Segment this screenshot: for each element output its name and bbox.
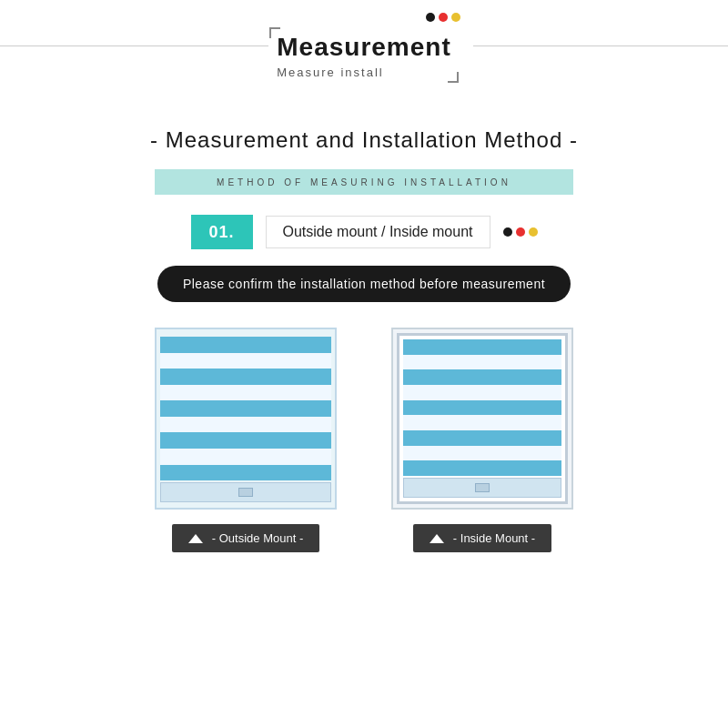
- stripe-blue-2: [160, 369, 331, 385]
- dot-yellow: [451, 13, 460, 22]
- header-line-left: [0, 45, 268, 46]
- outside-stripes: [160, 337, 331, 480]
- inside-stripe-blue-4: [403, 430, 561, 446]
- blinds-section: - Outside Mount -: [0, 328, 728, 552]
- outside-mount-item: - Outside Mount -: [155, 328, 337, 552]
- step-dot-black: [503, 227, 512, 237]
- method-banner-text: METHOD OF MEASURING INSTALLATION: [217, 177, 511, 187]
- outside-bottom-rail: [160, 482, 331, 502]
- dot-black: [426, 13, 435, 22]
- outside-mount-blind: [155, 328, 337, 510]
- inside-bottom-rail: [403, 478, 561, 498]
- step-row: 01. Outside mount / Inside mount: [191, 215, 538, 249]
- header-section: Measurement Measure install: [0, 0, 728, 109]
- header-dots: [426, 13, 460, 22]
- inside-stripe-blue-3: [403, 400, 561, 416]
- step-number-box: 01.: [191, 215, 253, 249]
- confirm-banner: Please confirm the installation method b…: [157, 266, 571, 302]
- inside-stripe-blue-1: [403, 339, 561, 355]
- dot-red: [439, 13, 448, 22]
- header-box: Measurement Measure install: [277, 29, 451, 81]
- section-title: - Measurement and Installation Method -: [150, 127, 578, 153]
- inside-stripe-white-3: [403, 415, 561, 430]
- stripe-white-2: [160, 385, 331, 401]
- inside-mount-label: - Inside Mount -: [453, 531, 535, 545]
- header-title: Measurement: [277, 29, 451, 66]
- inside-stripe-white-1: [403, 355, 561, 370]
- inside-stripes: [403, 339, 561, 476]
- inside-rail-handle: [475, 483, 490, 492]
- inside-mount-label-box: - Inside Mount -: [413, 524, 551, 552]
- stripe-blue-4: [160, 432, 331, 449]
- main-content: - Measurement and Installation Method - …: [0, 109, 728, 552]
- corner-top-left: [269, 27, 280, 38]
- stripe-blue-5: [160, 465, 331, 481]
- outside-arrow-icon: [188, 534, 203, 543]
- stripe-white-1: [160, 353, 331, 369]
- outside-mount-label: - Outside Mount -: [212, 531, 303, 545]
- method-banner: METHOD OF MEASURING INSTALLATION: [155, 169, 573, 195]
- inside-arrow-icon: [430, 534, 444, 543]
- inside-mount-blind: [391, 328, 573, 510]
- inside-mount-item: - Inside Mount -: [391, 328, 573, 552]
- outside-mount-label-box: - Outside Mount -: [172, 524, 319, 552]
- step-dots: [503, 227, 538, 237]
- inside-stripe-blue-5: [403, 460, 561, 476]
- header-subtitle: Measure install: [277, 66, 383, 81]
- corner-bottom-right: [448, 72, 459, 83]
- inside-stripe-white-4: [403, 446, 561, 461]
- stripe-blue-3: [160, 400, 331, 417]
- stripe-blue-1: [160, 337, 331, 353]
- inside-stripe-white-2: [403, 385, 561, 400]
- step-dot-red: [516, 227, 525, 237]
- inside-stripe-blue-2: [403, 369, 561, 385]
- step-label: Outside mount / Inside mount: [266, 216, 490, 248]
- outside-rail-handle: [238, 488, 253, 497]
- step-dot-yellow: [529, 227, 538, 237]
- inside-frame: [397, 333, 568, 504]
- stripe-white-4: [160, 449, 331, 465]
- header-line-right: [473, 45, 728, 46]
- stripe-white-3: [160, 417, 331, 433]
